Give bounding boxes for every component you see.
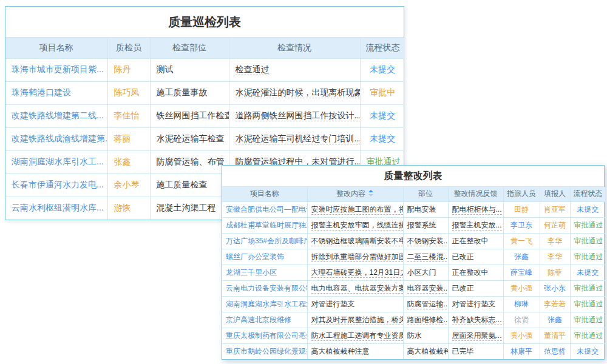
assignee-text: 林康平 — [510, 347, 532, 356]
project-name-text[interactable]: 成都杜甫草堂临时展厅独立展... — [226, 221, 307, 229]
location-cell: 防腐管运输、布管 — [150, 150, 229, 174]
table-row: 珠海鹤港口建设陈巧凤施工质量事故水泥砼灌注的时候，出现离析现象审批中 — [5, 81, 405, 104]
project-name-text[interactable]: 珠海市城市更新项目紫... — [12, 64, 104, 74]
project-name-cell: 成都杜甫草堂临时展厅独立展... — [222, 217, 307, 233]
project-name-text[interactable]: 湖南洞庭湖水库引水工程施工1标 — [226, 300, 307, 308]
part-text: 报警系统 — [407, 221, 436, 229]
status-text: 未提交 — [577, 268, 599, 277]
project-name-text[interactable]: 螺丝厂办公室装饰 — [226, 252, 284, 261]
project-name-text[interactable]: 云南电力设备安装有限公司20... — [226, 284, 307, 292]
content-text: 高大植被栽种注意 — [311, 347, 370, 356]
feedback-cell: 已完毕 — [448, 343, 503, 359]
assignee-cell: 黄小强 — [503, 328, 540, 343]
inspector-cell: 余小琴 — [107, 174, 150, 197]
project-name-text[interactable]: 安徽合肥供电公司—配电设备... — [226, 205, 307, 214]
inspection-table-title: 质量巡检列表 — [5, 7, 404, 38]
column-header: 检查情况 — [229, 38, 360, 58]
status-cell: 审批通过 — [570, 312, 605, 328]
feedback-text: 屋面采用聚氨... — [452, 331, 502, 341]
project-name-text[interactable]: 珠海鹤港口建设 — [12, 87, 71, 97]
project-name-text[interactable]: 改建铁路线成渝线增建第... — [12, 133, 107, 143]
project-name-text[interactable]: 湖南洞庭湖水库引水工... — [12, 157, 104, 166]
inspector-cell: 陈巧凤 — [107, 81, 150, 104]
table-row: 龙湖三千里小区大理石墙砖更换，12月31日之...小区大门正在整改中薛宝峰陈菲未… — [222, 265, 605, 280]
reporter-cell: 李华 — [540, 249, 570, 265]
part-text: 防腐管运输... — [407, 300, 449, 309]
location-cell: 施工质量检查 — [150, 174, 229, 197]
table-row: 珠海市城市更新项目紫...陈丹测试检查通过未提交 — [5, 58, 405, 81]
sort-icon[interactable] — [368, 190, 374, 197]
assignee-cell: 徐贤 — [503, 312, 540, 328]
part-cell: 小区大门 — [403, 265, 448, 280]
project-name-cell: 珠海市城市更新项目紫... — [5, 58, 107, 81]
content-text: 对其及时开展整治措施，桥头... — [311, 315, 404, 325]
part-cell: 不锈钢安装... — [403, 233, 448, 249]
project-name-text[interactable]: 重庆太极制药有限公司亳州中... — [226, 331, 307, 340]
table-row: 万达广场35#会所及咖啡厅空...不锈钢边框玻璃隔断安装不牢...不锈钢安装..… — [222, 233, 605, 249]
location-cell: 水泥砼运输车检查 — [150, 127, 229, 150]
status-text: 审批通过 — [574, 284, 603, 292]
assignee-cell: 黄小强 — [503, 280, 540, 296]
column-header-label: 项目名称 — [39, 42, 73, 52]
situation-text: 水泥砼灌注的时候，出现离析现象 — [236, 87, 361, 98]
project-name-text[interactable]: 改建铁路线增建第二线... — [12, 110, 104, 120]
project-name-text[interactable]: 云南水利枢纽潜明水库... — [12, 203, 104, 212]
table-row: 改建铁路线成渝线增建第...蒋丽水泥砼运输车检查水泥砼运输车司机经过专门培训..… — [5, 127, 405, 150]
project-name-text[interactable]: 重庆市鹅岭公园绿化景观提升... — [226, 347, 307, 356]
assignee-text: 张鑫 — [514, 252, 529, 261]
rectification-table-card: 质量整改列表 项目名称整改内容部位整改情况反馈指派人员填报人流程状态 安徽合肥供… — [222, 165, 605, 360]
project-name-cell: 云南水利枢纽潜明水库... — [5, 197, 107, 220]
part-cell: 二至三楼混... — [403, 249, 448, 265]
column-header-label: 指派人员 — [507, 189, 536, 198]
part-cell: 防腐管运输... — [403, 296, 448, 312]
feedback-text: 配电柜柜体与... — [452, 205, 502, 215]
status-text: 未提交 — [370, 110, 395, 120]
reporter-text: 张鑫 — [548, 315, 562, 324]
assignee-text: 李卫东 — [510, 221, 532, 229]
column-header: 项目名称 — [5, 38, 107, 58]
feedback-text: 补齐缺失标志... — [452, 315, 502, 325]
project-name-cell: 万达广场35#会所及咖啡厅空... — [222, 233, 307, 249]
status-cell: 审批中 — [360, 81, 405, 104]
reporter-text: 陈菲 — [548, 268, 562, 277]
project-name-text[interactable]: 长春市伊通河水力发电... — [12, 180, 104, 189]
table-row: 改建铁路线增建第二线...李佳怡铁丝网围挡工作检查道路两侧铁丝网围挡工作按设计.… — [5, 104, 405, 127]
feedback-cell: 屋面采用聚氨... — [448, 328, 503, 343]
inspector-text: 陈丹 — [114, 64, 131, 74]
feedback-cell: 已改正 — [448, 249, 503, 265]
inspector-text: 张鑫 — [114, 157, 131, 166]
assignee-text: 柳琳 — [514, 300, 529, 308]
column-header-label: 检查情况 — [277, 42, 311, 52]
table-row: 成都杜甫草堂临时展厅独立展...报警主机安放牢固，线缆连接...报警系统报警主机… — [222, 217, 605, 233]
column-header-sortable[interactable]: 整改内容 — [307, 187, 403, 201]
table-row: 重庆太极制药有限公司亳州中...防水工程施工选调有专业资质...防水屋面采用聚氨… — [222, 328, 605, 343]
status-text: 审批通过 — [574, 331, 603, 340]
project-name-cell: 京沪高速北京段维修 — [222, 312, 307, 328]
content-cell: 对其及时开展整治措施，桥头... — [307, 312, 403, 328]
reporter-text: 肖亚军 — [544, 205, 566, 214]
status-cell: 未提交 — [570, 265, 605, 280]
location-cell: 测试 — [150, 58, 229, 81]
reporter-text: 董清平 — [544, 331, 566, 340]
reporter-cell: 张小东 — [540, 280, 570, 296]
assignee-cell: 田静 — [503, 201, 540, 217]
project-name-text[interactable]: 龙湖三千里小区 — [226, 268, 277, 277]
content-text: 拆除到承重墙部分需做好加固... — [311, 252, 404, 262]
part-text: 二至三楼混... — [407, 252, 449, 262]
content-cell: 防水工程施工选调有专业资质... — [307, 328, 403, 343]
project-name-text[interactable]: 万达广场35#会所及咖啡厅空... — [226, 237, 307, 245]
situation-cell: 水泥砼灌注的时候，出现离析现象 — [229, 81, 360, 104]
feedback-cell: 补齐缺失标志... — [448, 312, 503, 328]
content-cell: 安装时应按施工图的布置，将... — [307, 201, 403, 217]
content-text: 报警主机安放牢固，线缆连接... — [311, 221, 404, 231]
reporter-text: 何芷萌 — [544, 221, 566, 229]
project-name-cell: 螺丝厂办公室装饰 — [222, 249, 307, 265]
feedback-cell: 报警主机安放... — [448, 217, 503, 233]
inspection-header-row: 项目名称质检员检查部位检查情况流程状态 — [5, 38, 405, 58]
reporter-cell: 张鑫 — [540, 312, 570, 328]
content-text: 大理石墙砖更换，12月31日之... — [311, 268, 404, 278]
project-name-text[interactable]: 京沪高速北京段维修 — [226, 315, 291, 324]
assignee-text: 黄小强 — [510, 284, 532, 292]
part-cell: 防水 — [403, 328, 448, 343]
part-text: 小区大门 — [407, 268, 436, 277]
